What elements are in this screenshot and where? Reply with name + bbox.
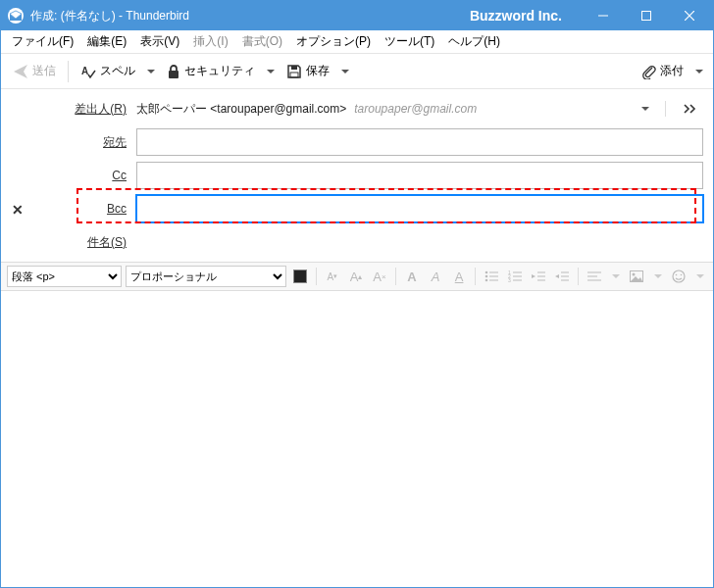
insert-dropdown[interactable]: [650, 270, 665, 282]
emoji-button[interactable]: [669, 266, 688, 287]
svg-point-13: [485, 279, 488, 282]
menu-help[interactable]: ヘルプ(H): [441, 31, 507, 52]
paperclip-icon: [640, 64, 656, 79]
insert-image-button[interactable]: [627, 266, 646, 287]
numbered-list-button[interactable]: 123: [505, 266, 525, 287]
send-button[interactable]: 送信: [7, 59, 62, 83]
from-label[interactable]: 差出人(R): [40, 101, 136, 118]
send-icon: [13, 64, 28, 79]
bold-button[interactable]: A: [402, 266, 422, 287]
brand-name: Buzzword Inc.: [470, 8, 562, 24]
subject-row: 件名(S): [40, 228, 703, 256]
spell-button[interactable]: A スペル: [75, 59, 141, 83]
close-button[interactable]: [668, 1, 711, 30]
outdent-button[interactable]: [529, 266, 548, 287]
more-recipients-button[interactable]: [678, 102, 703, 116]
svg-point-32: [673, 270, 685, 282]
subject-label[interactable]: 件名(S): [40, 234, 136, 251]
svg-rect-2: [642, 12, 651, 21]
svg-rect-7: [291, 66, 297, 70]
save-button[interactable]: 保存: [280, 59, 335, 83]
security-dropdown[interactable]: [263, 66, 279, 77]
from-dropdown[interactable]: [638, 103, 653, 115]
security-button[interactable]: セキュリティ: [161, 59, 261, 83]
font-size-increase-button[interactable]: A▴: [346, 266, 366, 287]
subject-input[interactable]: [136, 232, 703, 252]
titlebar: 作成: (件名なし) - Thunderbird Buzzword Inc.: [1, 1, 713, 30]
bullet-list-button[interactable]: [482, 266, 501, 287]
to-input[interactable]: [136, 128, 703, 156]
message-headers: 差出人(R) 太郎ペーパー <taroupaper@gmail.com> tar…: [1, 89, 713, 262]
compose-toolbar: 送信 A スペル セキュリティ 保存 添付: [1, 54, 713, 89]
bcc-label[interactable]: Bcc: [40, 202, 136, 216]
menu-file[interactable]: ファイル(F): [5, 31, 80, 52]
cc-label[interactable]: Cc: [40, 169, 136, 182]
emoji-dropdown[interactable]: [692, 270, 707, 282]
maximize-button[interactable]: [625, 1, 668, 30]
menu-view[interactable]: 表示(V): [133, 31, 186, 52]
menu-format[interactable]: 書式(O): [235, 31, 289, 52]
underline-button[interactable]: A: [449, 266, 469, 287]
svg-text:A: A: [81, 66, 88, 76]
window-title: 作成: (件名なし) - Thunderbird: [30, 8, 189, 24]
paragraph-style-select[interactable]: 段落 <p>: [7, 266, 122, 287]
save-icon: [286, 64, 302, 79]
menu-insert[interactable]: 挿入(I): [186, 31, 234, 52]
remove-bcc-button[interactable]: ✕: [12, 202, 24, 218]
svg-point-9: [485, 271, 488, 274]
to-label[interactable]: 宛先: [40, 134, 136, 151]
italic-button[interactable]: A: [426, 266, 445, 287]
message-body-editor[interactable]: [1, 291, 713, 588]
spell-dropdown[interactable]: [143, 66, 159, 77]
app-icon: [7, 7, 25, 24]
bcc-input[interactable]: [136, 195, 703, 222]
font-size-decrease-button[interactable]: A▾: [323, 266, 342, 287]
menu-options[interactable]: オプション(P): [289, 31, 378, 52]
spell-check-icon: A: [80, 64, 96, 79]
align-button[interactable]: [585, 266, 604, 287]
font-family-select[interactable]: プロポーショナル: [126, 266, 286, 287]
chevrons-right-icon: [684, 104, 697, 114]
format-toolbar: 段落 <p> プロポーショナル A▾ A▴ A× A A A 123: [1, 262, 713, 291]
minimize-button[interactable]: [582, 1, 625, 30]
to-row: 宛先: [40, 128, 703, 156]
from-row: 差出人(R) 太郎ペーパー <taroupaper@gmail.com> tar…: [40, 95, 703, 122]
cc-row: Cc: [40, 162, 703, 189]
menu-edit[interactable]: 編集(E): [80, 31, 133, 52]
text-color-button[interactable]: [290, 266, 310, 287]
svg-text:3: 3: [508, 277, 511, 282]
save-dropdown[interactable]: [337, 66, 353, 77]
indent-button[interactable]: [552, 266, 572, 287]
from-identity[interactable]: 太郎ペーパー <taroupaper@gmail.com>: [136, 101, 346, 118]
from-email-display: taroupaper@gmail.com: [354, 102, 477, 116]
align-dropdown[interactable]: [608, 270, 623, 282]
cc-input[interactable]: [136, 162, 703, 189]
svg-rect-6: [169, 71, 178, 78]
bcc-row: Bcc: [40, 195, 703, 222]
color-swatch-icon: [293, 270, 307, 283]
svg-point-31: [633, 273, 636, 276]
lock-icon: [167, 64, 180, 79]
menu-tools[interactable]: ツール(T): [378, 31, 441, 52]
attach-button[interactable]: 添付: [635, 59, 689, 83]
menubar: ファイル(F) 編集(E) 表示(V) 挿入(I) 書式(O) オプション(P)…: [1, 30, 713, 54]
remove-formatting-button[interactable]: A×: [370, 266, 389, 287]
svg-point-11: [485, 275, 488, 278]
svg-point-34: [681, 274, 683, 276]
attach-dropdown[interactable]: [691, 66, 707, 77]
svg-point-33: [676, 274, 678, 276]
